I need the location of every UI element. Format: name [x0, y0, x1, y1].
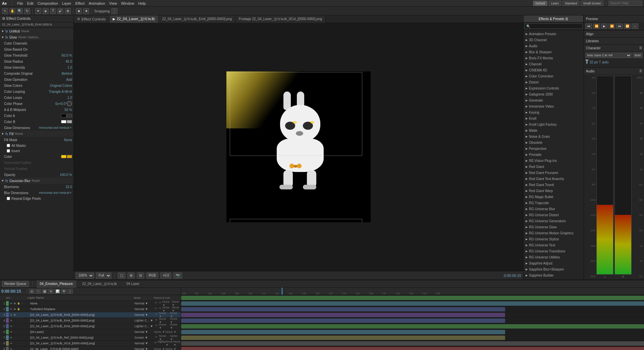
workspace-small-screen[interactable]: Small Screen	[581, 1, 603, 6]
leading-value[interactable]: auto	[602, 60, 608, 64]
frame-blending-btn[interactable]: ▦	[42, 289, 47, 294]
shape-tool[interactable]: ■	[76, 8, 82, 14]
color-a-swatch[interactable]	[61, 114, 66, 117]
layer-mode-1[interactable]: Normal ▼	[134, 302, 154, 305]
zoom-tool[interactable]: 🔍	[17, 8, 23, 14]
cat-rg-trapcode[interactable]: ▶ RG Trapcode	[524, 200, 584, 206]
text-tool[interactable]: T	[50, 8, 56, 14]
effects-presets-tab[interactable]: Effects & Presets ☰	[524, 15, 584, 22]
gaussian-reset[interactable]: Reset	[32, 179, 40, 182]
cat-rg-psunami[interactable]: ▶ Red Giant Psunami	[524, 170, 584, 176]
cat-rg-warp[interactable]: ▶ Red Giant Warp	[524, 188, 584, 194]
layer-shy-1[interactable]: ◌	[20, 302, 24, 305]
layer-lock-1[interactable]: 🔒	[17, 302, 20, 305]
preview-skip-start[interactable]: ⏮	[585, 23, 592, 29]
color-looping-row[interactable]: Color Looping Triangle A>B>A	[0, 89, 73, 95]
grid-btn[interactable]: ⊟	[137, 273, 144, 279]
cat-expression[interactable]: ▶ Expression Controls	[524, 85, 584, 91]
glow-colors-row[interactable]: Glow Colors Original Colors	[0, 82, 73, 89]
glow-reset[interactable]: Reset	[18, 36, 26, 39]
layer-solo-1[interactable]: ◉	[13, 302, 16, 305]
quality-select[interactable]: Full Half	[96, 273, 111, 279]
layer-fx-5[interactable]: fx	[154, 323, 159, 328]
fill-group[interactable]: ▼ fx Fill Reset	[0, 131, 73, 137]
safe-zones-btn[interactable]: ⊞	[127, 273, 135, 279]
fit-to-comp-btn[interactable]: ▢	[118, 273, 125, 279]
workspace-default[interactable]: Default	[533, 1, 547, 6]
cat-keying[interactable]: ▶ Keying	[524, 109, 584, 115]
preview-loop[interactable]: 🔁	[624, 23, 631, 29]
color-b-row[interactable]: Color B	[0, 119, 73, 125]
blur-dimensions-row[interactable]: Blur Dimensions Horizontal and Vertical …	[0, 190, 73, 196]
cat-rgu-blur[interactable]: ▶ RG Universe Blur	[524, 206, 584, 212]
cat-color-correction[interactable]: ▶ Color Correction	[524, 73, 584, 79]
glow-threshold-row[interactable]: Glow Threshold 60.0 %	[0, 52, 73, 58]
char-options-icon[interactable]: ☰	[639, 46, 642, 50]
cat-immersive[interactable]: ▶ Immersive Video	[524, 103, 584, 109]
layer-eye-2[interactable]: 👁	[9, 307, 13, 311]
cat-distort[interactable]: ▶ Distort	[524, 79, 584, 85]
layer-solo-3[interactable]: ◉	[13, 313, 16, 316]
cat-revision[interactable]: ▶ RE:Vision Plug-Ins	[524, 158, 584, 164]
layer-mode-4[interactable]: Lighter C... ▼	[134, 319, 154, 322]
menu-file[interactable]: File	[17, 1, 23, 5]
fill-opacity-row[interactable]: Opacity 100.0 %	[0, 172, 73, 178]
ab-midpoint-row[interactable]: A & B Midpoint 50 %	[0, 107, 73, 113]
layer-eye-1[interactable]: 👁	[9, 302, 13, 305]
cat-obsolete[interactable]: ▶ Obsolete	[524, 139, 584, 145]
menu-edit[interactable]: Edit	[27, 1, 34, 5]
menu-effect[interactable]: Effect	[75, 1, 85, 5]
cat-rg-magic[interactable]: ▶ RG Magic Bullet	[524, 194, 584, 200]
layer-fx-7[interactable]: fx	[154, 334, 159, 339]
layer-mb-1[interactable]: ◎	[158, 301, 162, 305]
cat-red-giant[interactable]: ▶ Red Giant	[524, 164, 584, 170]
hand-tool[interactable]: ✋	[9, 8, 15, 14]
color-a-swatch2[interactable]	[67, 114, 72, 117]
cat-primatte[interactable]: ▶ Primatte	[524, 152, 584, 158]
layer-row-8[interactable]: 8 👁 [22_04_Laser_강의녹화_0Col_[0000-0060].p…	[0, 341, 181, 346]
graph-editor-btn[interactable]: 📊	[55, 289, 60, 294]
blurriness-row[interactable]: Blurriness 15.0	[0, 184, 73, 190]
cat-cinema4d[interactable]: ▶ CINEMA 4D	[524, 67, 584, 73]
preview-prev-frame[interactable]: ⏪	[593, 23, 600, 29]
layer-mode-5[interactable]: Lighter C... ▼	[134, 325, 154, 328]
unmult-reset[interactable]: Reset	[21, 30, 29, 33]
unmult-group[interactable]: ▼ fx UnMult Reset	[0, 28, 73, 34]
preview-skip-end[interactable]: ⏭	[616, 23, 623, 29]
layer-row-5[interactable]: 5 👁 [22_04_Laser_강의녹화_Emit_[0000-0060].p…	[0, 324, 181, 329]
render-queue-btn[interactable]: Render Queue	[2, 281, 29, 287]
new-comp-btn[interactable]: ◎	[29, 289, 35, 294]
color-phase-dial[interactable]	[67, 101, 72, 106]
layer-mode-8[interactable]: Normal ▼	[134, 342, 154, 345]
snapping-toggle[interactable]: ⋮	[111, 8, 117, 14]
mask-feather-tool[interactable]: ◈	[43, 8, 49, 14]
layer-eye-3[interactable]: 👁	[9, 313, 13, 316]
cat-channel[interactable]: ▶ Channel	[524, 61, 584, 67]
glow-options[interactable]: Options...	[28, 36, 41, 39]
layer-fx-4[interactable]: fx	[154, 317, 159, 322]
layer-fx-8[interactable]: fx	[154, 340, 157, 345]
cat-matte[interactable]: ▶ Matte	[524, 127, 584, 133]
puppet-tool[interactable]: ★	[83, 8, 89, 14]
layer-mode-7[interactable]: Screen ▼	[134, 336, 154, 339]
shy-btn[interactable]: 👁	[61, 289, 66, 294]
layer-mode-2[interactable]: Normal ▼	[134, 307, 154, 311]
layer-row-9[interactable]: 9 👁 22_04_Laser_강의녹화 [0000-0060] Normal …	[0, 346, 181, 350]
repeat-edge-row[interactable]: Repeat Edge Pixels	[0, 196, 73, 201]
preview-header[interactable]: Preview	[584, 15, 644, 22]
character-header[interactable]: Character ☰	[584, 45, 644, 51]
cat-rgu-gen[interactable]: ▶ RG Universe Generators	[524, 218, 584, 224]
preview-audio[interactable]: ♪	[632, 23, 638, 29]
menu-composition[interactable]: Composition	[38, 1, 58, 5]
color-b-swatch2[interactable]	[67, 120, 72, 123]
workspace-standard[interactable]: Standard	[562, 1, 580, 6]
playhead[interactable]	[282, 288, 282, 295]
menu-layer[interactable]: Layer	[62, 1, 71, 5]
snapshot-btn[interactable]: 📷	[173, 273, 182, 279]
layer-mode-6[interactable]: Normal ▼	[134, 330, 154, 334]
cat-3d-channel[interactable]: ▶ 3D Channel	[524, 37, 584, 43]
menu-help[interactable]: Help	[138, 1, 146, 5]
invert-checkbox[interactable]	[7, 149, 10, 153]
invert-row[interactable]: Invert	[0, 148, 73, 154]
fill-color-row[interactable]: Color	[0, 154, 73, 160]
